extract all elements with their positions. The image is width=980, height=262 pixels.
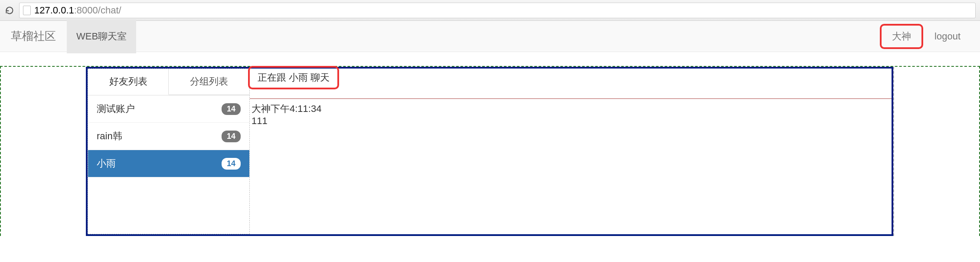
chat-with-label: 正在跟 小雨 聊天	[248, 66, 339, 89]
chat-area: 正在跟 小雨 聊天 大神下午4:11:34 111	[250, 69, 892, 234]
chat-header: 正在跟 小雨 聊天	[250, 69, 892, 99]
navbar: 草榴社区 WEB聊天室 大神 logout	[0, 21, 980, 52]
nav-user[interactable]: 大神	[880, 24, 923, 49]
url-path: :8000/chat/	[74, 5, 121, 16]
friend-name: rain韩	[97, 130, 122, 143]
nav-chatroom[interactable]: WEB聊天室	[67, 20, 136, 53]
friend-name: 测试账户	[97, 102, 135, 115]
sidebar: 好友列表 分组列表 测试账户 14 rain韩 14 小雨 14	[88, 69, 250, 234]
chat-container: 好友列表 分组列表 测试账户 14 rain韩 14 小雨 14 正在跟 小雨 …	[0, 66, 980, 236]
friend-row[interactable]: rain韩 14	[88, 123, 249, 150]
chat-frame: 好友列表 分组列表 测试账户 14 rain韩 14 小雨 14 正在跟 小雨 …	[86, 67, 893, 236]
nav-logout[interactable]: logout	[926, 31, 969, 42]
tab-groups[interactable]: 分组列表	[169, 69, 249, 95]
friend-badge: 14	[222, 131, 241, 142]
friend-row[interactable]: 测试账户 14	[88, 95, 249, 123]
message-meta: 大神下午4:11:34	[252, 102, 890, 115]
url-bar[interactable]: 127.0.0.1:8000/chat/	[19, 3, 976, 18]
tab-friends[interactable]: 好友列表	[88, 69, 169, 95]
page-icon	[23, 6, 31, 15]
brand[interactable]: 草榴社区	[11, 29, 56, 44]
browser-toolbar: 127.0.0.1:8000/chat/	[0, 0, 980, 21]
sidebar-tabs: 好友列表 分组列表	[88, 69, 249, 95]
message-text: 111	[252, 115, 890, 127]
friend-badge: 14	[222, 103, 241, 115]
url-host: 127.0.0.1	[34, 5, 74, 16]
friend-badge: 14	[222, 158, 241, 170]
friend-name: 小雨	[97, 157, 116, 170]
reload-icon[interactable]	[4, 5, 15, 16]
chat-body: 大神下午4:11:34 111	[250, 99, 892, 234]
friend-row[interactable]: 小雨 14	[88, 150, 249, 177]
divider	[893, 67, 894, 236]
